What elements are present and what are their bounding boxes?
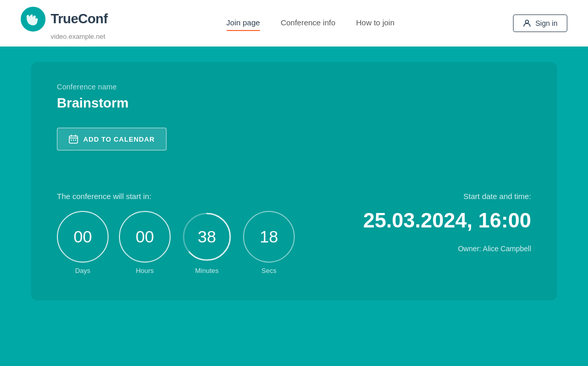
hours-circle: 00 xyxy=(119,211,171,263)
conference-card: Conference name Brainstorm ADD TO CALEND… xyxy=(31,62,557,300)
minutes-label: Minutes xyxy=(195,267,219,274)
nav-how-to-join[interactable]: How to join xyxy=(356,18,395,29)
minutes-circle: 38 xyxy=(181,211,233,263)
minutes-value: 38 xyxy=(198,227,216,247)
svg-point-1 xyxy=(525,20,529,23)
nav-join[interactable]: Join page xyxy=(227,18,260,29)
logo-text: TrueConf xyxy=(51,11,108,27)
countdown-title: The conference will start in: xyxy=(57,192,295,201)
hours-circle-item: 00 Hours xyxy=(119,211,171,274)
nav-conference-info[interactable]: Conference info xyxy=(281,18,336,29)
svg-rect-5 xyxy=(75,140,76,141)
add-calendar-label: ADD TO CALENDAR xyxy=(83,135,155,143)
secs-circle-item: 18 Secs xyxy=(243,211,295,274)
page-background: Conference name Brainstorm ADD TO CALEND… xyxy=(0,47,588,366)
add-to-calendar-button[interactable]: ADD TO CALENDAR xyxy=(57,128,167,150)
start-datetime: 25.03.2024, 16:00 xyxy=(363,209,531,232)
countdown-right: Start date and time: 25.03.2024, 16:00 O… xyxy=(363,192,531,253)
start-label: Start date and time: xyxy=(363,192,531,201)
logo-row: TrueConf xyxy=(21,7,108,32)
header: TrueConf video.example.net Join page Con… xyxy=(0,0,588,47)
svg-rect-4 xyxy=(73,140,74,141)
trueconf-logo-icon xyxy=(21,7,46,32)
minutes-circle-item: 38 Minutes xyxy=(181,211,233,274)
calendar-icon xyxy=(69,134,78,144)
countdown-circles: 00 Days 00 Hours xyxy=(57,211,295,274)
sign-in-button[interactable]: Sign in xyxy=(513,14,567,32)
days-circle-item: 00 Days xyxy=(57,211,109,274)
hours-label: Hours xyxy=(136,267,154,274)
hours-value: 00 xyxy=(135,227,154,247)
secs-label: Secs xyxy=(262,267,277,274)
days-circle: 00 xyxy=(57,211,109,263)
days-label: Days xyxy=(75,267,91,274)
sign-in-label: Sign in xyxy=(535,19,557,27)
days-value: 00 xyxy=(73,227,92,247)
logo-subtitle: video.example.net xyxy=(51,33,105,40)
countdown-section: The conference will start in: 00 Days 00 xyxy=(57,192,531,274)
owner-text: Owner: Alice Campbell xyxy=(363,245,531,253)
svg-rect-3 xyxy=(71,140,72,141)
person-icon xyxy=(523,19,531,27)
secs-circle: 18 xyxy=(243,211,295,263)
secs-value: 18 xyxy=(260,227,278,247)
logo-area: TrueConf video.example.net xyxy=(21,7,108,40)
countdown-left: The conference will start in: 00 Days 00 xyxy=(57,192,295,274)
conference-name: Brainstorm xyxy=(57,95,531,111)
conference-label: Conference name xyxy=(57,83,531,91)
main-nav: Join page Conference info How to join xyxy=(227,18,395,29)
